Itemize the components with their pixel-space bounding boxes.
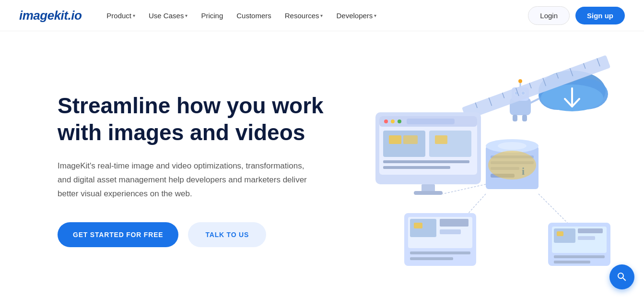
nav-item-label: Resources — [285, 12, 319, 20]
svg-rect-62 — [410, 257, 453, 260]
svg-rect-49 — [383, 166, 450, 169]
svg-point-40 — [391, 120, 395, 123]
svg-point-35 — [488, 151, 536, 179]
chevron-down-icon: ▾ — [133, 13, 135, 18]
svg-rect-47 — [435, 135, 447, 144]
svg-rect-69 — [554, 255, 605, 258]
svg-point-12 — [518, 79, 522, 83]
nav-item-label: Use Cases — [149, 12, 184, 20]
svg-point-41 — [398, 120, 401, 123]
svg-rect-42 — [407, 119, 455, 124]
login-button[interactable]: Login — [528, 6, 570, 25]
svg-rect-50 — [422, 184, 435, 192]
svg-rect-14 — [513, 115, 517, 121]
svg-rect-44 — [389, 135, 401, 144]
nav-item-label: Customers — [236, 12, 271, 20]
hero-buttons: GET STARTED FOR FREE TALK TO US — [58, 222, 345, 247]
hero-description: ImageKit's real-time image and video opt… — [58, 159, 307, 201]
search-icon — [616, 271, 628, 283]
svg-point-34 — [498, 142, 527, 150]
logo[interactable]: imagekit.io — [19, 8, 82, 23]
svg-rect-45 — [403, 135, 418, 144]
svg-rect-61 — [410, 251, 470, 254]
svg-rect-67 — [578, 228, 603, 233]
svg-rect-60 — [440, 229, 461, 234]
nav-item-developers[interactable]: Developers▾ — [330, 8, 382, 24]
svg-rect-70 — [554, 261, 590, 263]
nav-item-product[interactable]: Product▾ — [101, 8, 141, 24]
hero-illustration: i — [356, 50, 634, 280]
svg-rect-15 — [522, 115, 527, 121]
nav-item-resources[interactable]: Resources▾ — [279, 8, 329, 24]
svg-rect-48 — [383, 160, 469, 163]
svg-line-52 — [443, 184, 486, 194]
nav-item-label: Developers — [336, 12, 373, 20]
hero-title: Streamline how you work with images and … — [58, 93, 326, 145]
svg-rect-66 — [557, 231, 563, 236]
nav-item-use-cases[interactable]: Use Cases▾ — [143, 8, 193, 24]
search-fab[interactable] — [609, 264, 634, 289]
talk-to-us-button[interactable]: TALK TO US — [188, 222, 266, 247]
svg-line-54 — [539, 194, 572, 227]
nav-actions: Login Sign up — [528, 6, 625, 25]
nav-item-label: Pricing — [201, 12, 223, 20]
nav-links: Product▾Use Cases▾PricingCustomersResour… — [101, 8, 523, 24]
logo-text: imagekit.io — [19, 8, 82, 23]
svg-rect-51 — [414, 191, 443, 195]
svg-rect-57 — [410, 219, 436, 237]
nav-item-label: Product — [106, 12, 131, 20]
chevron-down-icon: ▾ — [185, 13, 187, 18]
hero-section: Streamline how you work with images and … — [0, 31, 644, 299]
svg-line-13 — [531, 99, 539, 103]
signup-button[interactable]: Sign up — [575, 7, 625, 24]
nav-item-pricing[interactable]: Pricing — [195, 8, 229, 24]
svg-rect-68 — [578, 236, 595, 240]
nav-item-customers[interactable]: Customers — [231, 8, 277, 24]
chevron-down-icon: ▾ — [320, 13, 323, 18]
chevron-down-icon: ▾ — [374, 13, 376, 18]
svg-rect-59 — [440, 219, 468, 227]
svg-rect-58 — [414, 223, 422, 228]
svg-point-39 — [384, 120, 388, 123]
hero-text: Streamline how you work with images and … — [58, 93, 345, 247]
get-started-button[interactable]: GET STARTED FOR FREE — [58, 222, 178, 247]
navbar: imagekit.io Product▾Use Cases▾PricingCus… — [0, 0, 644, 31]
